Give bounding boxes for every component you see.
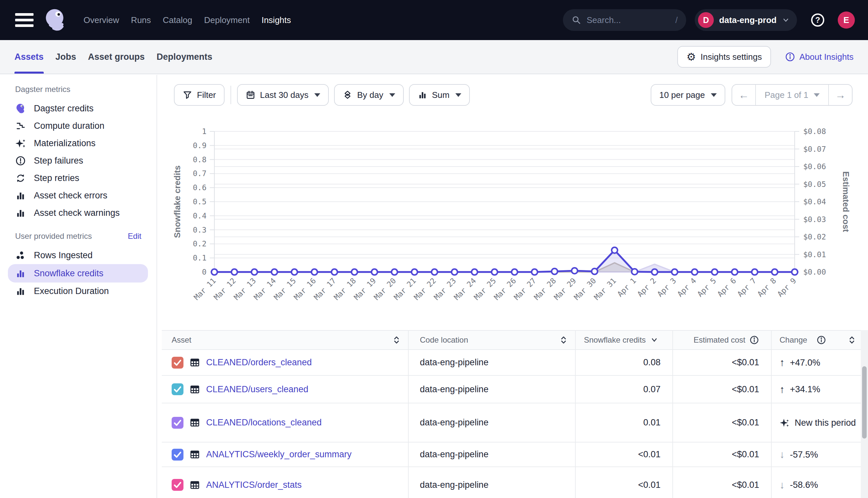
sidebar-item-materializations[interactable]: Materializations <box>0 135 148 152</box>
asset-link[interactable]: CLEANED/locations_cleaned <box>206 418 321 428</box>
sidebar-item-compute-duration[interactable]: Compute duration <box>0 117 148 135</box>
change-label: -57.5% <box>790 449 818 460</box>
edit-metrics-link[interactable]: Edit <box>128 232 141 241</box>
metrics-sidebar: Dagster metricsDagster creditsCompute du… <box>0 75 157 498</box>
change-cell: ↓-58.6% <box>772 467 861 498</box>
column-header-label: Asset <box>171 336 191 344</box>
asset-cell: ANALYTICS/order_stats <box>162 467 409 498</box>
table-asset-icon <box>189 357 200 368</box>
column-header-cost[interactable]: Estimated cost <box>673 331 772 349</box>
svg-text:$0.07: $0.07 <box>803 145 826 154</box>
svg-text:Mar 15: Mar 15 <box>272 276 297 302</box>
sort-desc-icon <box>650 336 658 344</box>
table-row: CLEANED/orders_cleaneddata-eng-pipeline0… <box>162 350 861 376</box>
prev-page-button[interactable]: ← <box>732 85 755 105</box>
org-switcher[interactable]: D data-eng-prod <box>695 9 797 31</box>
asset-link[interactable]: ANALYTICS/order_stats <box>206 480 302 490</box>
asset-checkbox[interactable] <box>171 383 183 395</box>
aggregation-dropdown[interactable]: Sum <box>409 84 470 106</box>
step-failures-icon <box>15 155 26 166</box>
table-scrollbar[interactable] <box>861 330 868 498</box>
sidebar-item-label: Asset check errors <box>34 191 107 201</box>
asset-cell: CLEANED/orders_cleaned <box>162 350 409 375</box>
materializations-icon <box>15 138 26 149</box>
insights-settings-button[interactable]: ⚙ Insights settings <box>677 46 771 68</box>
column-header-credits[interactable]: Snowflake credits <box>576 331 673 349</box>
menu-icon[interactable] <box>15 12 34 28</box>
arrow-up-icon: ↑ <box>780 357 785 368</box>
tab-deployments[interactable]: Deployments <box>156 40 213 74</box>
tab-asset-groups[interactable]: Asset groups <box>88 40 145 74</box>
svg-text:Apr 7: Apr 7 <box>736 276 757 298</box>
granularity-dropdown[interactable]: By day <box>334 84 404 106</box>
tab-assets[interactable]: Assets <box>14 40 44 74</box>
gear-icon: ⚙ <box>687 52 696 62</box>
asset-link[interactable]: CLEANED/orders_cleaned <box>206 357 312 368</box>
estimated-cost-cell: <$0.01 <box>673 350 772 375</box>
table-asset-icon <box>189 384 200 395</box>
sidebar-item-asset-check-errors[interactable]: Asset check errors <box>0 187 148 204</box>
pager: ← Page 1 of 1 → <box>731 84 853 106</box>
nav-item-overview[interactable]: Overview <box>84 15 119 25</box>
date-range-dropdown[interactable]: Last 30 days <box>237 84 329 106</box>
dagster-logo-icon[interactable] <box>43 8 68 32</box>
user-avatar[interactable]: E <box>838 12 855 29</box>
org-avatar: D <box>698 12 714 28</box>
nav-item-catalog[interactable]: Catalog <box>163 15 192 25</box>
code-location-cell: data-eng-pipeline <box>409 376 576 403</box>
svg-text:Mar 21: Mar 21 <box>392 276 418 302</box>
layers-icon <box>343 90 353 100</box>
asset-checkbox[interactable] <box>171 357 183 369</box>
svg-text:Apr 9: Apr 9 <box>776 276 797 298</box>
tab-jobs[interactable]: Jobs <box>55 40 76 74</box>
svg-text:$0.06: $0.06 <box>803 162 826 171</box>
arrow-down-icon: ↓ <box>780 480 785 490</box>
per-page-dropdown[interactable]: 10 per page <box>651 84 725 106</box>
asset-cell: CLEANED/locations_cleaned <box>162 403 409 442</box>
column-header-code[interactable]: Code location <box>409 331 576 349</box>
search-input[interactable]: Search... / <box>563 9 686 31</box>
column-header-asset[interactable]: Asset <box>162 331 409 349</box>
help-icon[interactable]: ? <box>810 12 825 28</box>
svg-text:Mar 20: Mar 20 <box>372 276 397 302</box>
svg-text:$0.08: $0.08 <box>803 127 826 136</box>
about-insights-link[interactable]: About Insights <box>785 52 854 62</box>
filter-button[interactable]: Filter <box>174 84 225 106</box>
tabs: AssetsJobsAsset groupsDeployments <box>14 40 213 74</box>
asset-link[interactable]: CLEANED/users_cleaned <box>206 384 308 394</box>
sidebar-item-dagster-credits[interactable]: Dagster credits <box>0 100 148 117</box>
sidebar-item-rows-ingested[interactable]: Rows Ingested <box>0 247 148 264</box>
sidebar-item-asset-check-warnings[interactable]: Asset check warnings <box>0 204 148 222</box>
table-asset-icon <box>189 449 200 460</box>
code-location-cell: data-eng-pipeline <box>409 350 576 375</box>
sidebar-item-step-failures[interactable]: Step failures <box>0 152 148 170</box>
asset-link[interactable]: ANALYTICS/weekly_order_summary <box>206 449 352 460</box>
svg-text:Mar 29: Mar 29 <box>552 276 578 302</box>
svg-text:$0.02: $0.02 <box>803 233 826 241</box>
sidebar-item-step-retries[interactable]: Step retries <box>0 170 148 187</box>
sidebar-item-label: Step failures <box>34 156 83 166</box>
nav-item-deployment[interactable]: Deployment <box>204 15 250 25</box>
sidebar-item-snowflake-credits[interactable]: Snowflake credits <box>8 264 148 283</box>
svg-text:$0.04: $0.04 <box>803 197 826 206</box>
svg-text:Apr 6: Apr 6 <box>716 276 738 298</box>
next-page-button[interactable]: → <box>829 85 852 105</box>
toolbar-divider <box>230 86 231 104</box>
nav-item-insights[interactable]: Insights <box>261 15 291 25</box>
info-icon <box>785 52 795 62</box>
asset-checkbox[interactable] <box>171 479 183 491</box>
svg-text:Mar 12: Mar 12 <box>212 276 238 302</box>
nav-item-runs[interactable]: Runs <box>131 15 151 25</box>
info-icon <box>816 335 826 345</box>
sidebar-item-execution-duration[interactable]: Execution Duration <box>0 283 148 300</box>
svg-text:0.8: 0.8 <box>193 155 206 164</box>
asset-checkbox[interactable] <box>171 417 183 429</box>
asset-checkbox[interactable] <box>171 449 183 461</box>
svg-text:Mar 24: Mar 24 <box>452 276 478 302</box>
svg-text:$0.05: $0.05 <box>803 180 826 188</box>
scrollbar-thumb[interactable] <box>862 366 867 438</box>
column-header-change[interactable]: Change <box>772 331 861 349</box>
page-select[interactable]: Page 1 of 1 <box>755 85 829 105</box>
sidebar-item-label: Execution Duration <box>34 286 109 296</box>
code-location-cell: data-eng-pipeline <box>409 467 576 498</box>
